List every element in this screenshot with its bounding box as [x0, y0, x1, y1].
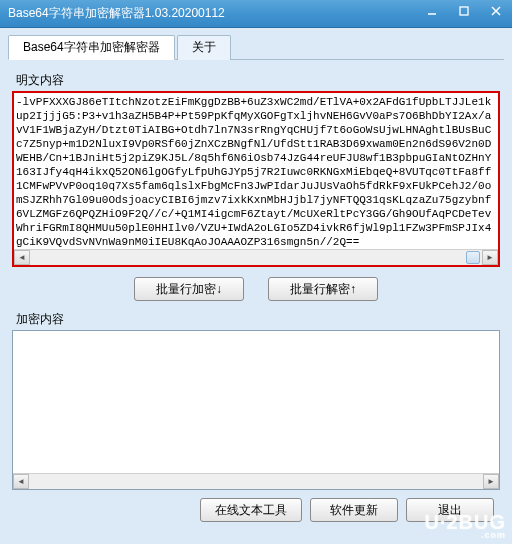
watermark-logo: U·2BUG .com	[424, 511, 506, 540]
close-button[interactable]	[480, 0, 512, 22]
plaintext-area[interactable]: -lvPFXXXGJ86eTItchNzotzEiFmKggDzBB+6uZ3x…	[12, 91, 500, 267]
scroll-track[interactable]	[29, 474, 483, 489]
online-text-tool-button[interactable]: 在线文本工具	[200, 498, 302, 522]
ciphertext-content[interactable]	[13, 331, 499, 473]
minimize-button[interactable]	[416, 0, 448, 22]
tab-strip: Base64字符串加密解密器 关于	[8, 34, 504, 60]
plaintext-content[interactable]: -lvPFXXXGJ86eTItchNzotzEiFmKggDzBB+6uZ3x…	[14, 93, 498, 249]
action-button-row: 批量行加密↓ 批量行解密↑	[12, 277, 500, 301]
scroll-track[interactable]	[30, 250, 482, 265]
window-controls	[416, 0, 512, 27]
tab-panel-main: 明文内容 -lvPFXXXGJ86eTItchNzotzEiFmKggDzBB+…	[8, 60, 504, 536]
scroll-right-icon[interactable]: ►	[483, 474, 499, 489]
batch-decrypt-button[interactable]: 批量行解密↑	[268, 277, 378, 301]
tab-about[interactable]: 关于	[177, 35, 231, 60]
tab-main[interactable]: Base64字符串加密解密器	[8, 35, 175, 60]
plaintext-hscrollbar[interactable]: ◄ ►	[14, 249, 498, 265]
batch-encrypt-button[interactable]: 批量行加密↓	[134, 277, 244, 301]
window-title: Base64字符串加密解密器1.03.20200112	[8, 5, 225, 22]
maximize-button[interactable]	[448, 0, 480, 22]
ciphertext-area[interactable]: ◄ ►	[12, 330, 500, 490]
client-area: Base64字符串加密解密器 关于 明文内容 -lvPFXXXGJ86eTItc…	[0, 28, 512, 544]
window-titlebar: Base64字符串加密解密器1.03.20200112	[0, 0, 512, 28]
scroll-left-icon[interactable]: ◄	[13, 474, 29, 489]
software-update-button[interactable]: 软件更新	[310, 498, 398, 522]
scroll-left-icon[interactable]: ◄	[14, 250, 30, 265]
ciphertext-hscrollbar[interactable]: ◄ ►	[13, 473, 499, 489]
scroll-right-icon[interactable]: ►	[482, 250, 498, 265]
scroll-thumb[interactable]	[466, 251, 480, 264]
ciphertext-label: 加密内容	[16, 311, 498, 328]
svg-rect-1	[460, 7, 468, 15]
plaintext-label: 明文内容	[16, 72, 498, 89]
